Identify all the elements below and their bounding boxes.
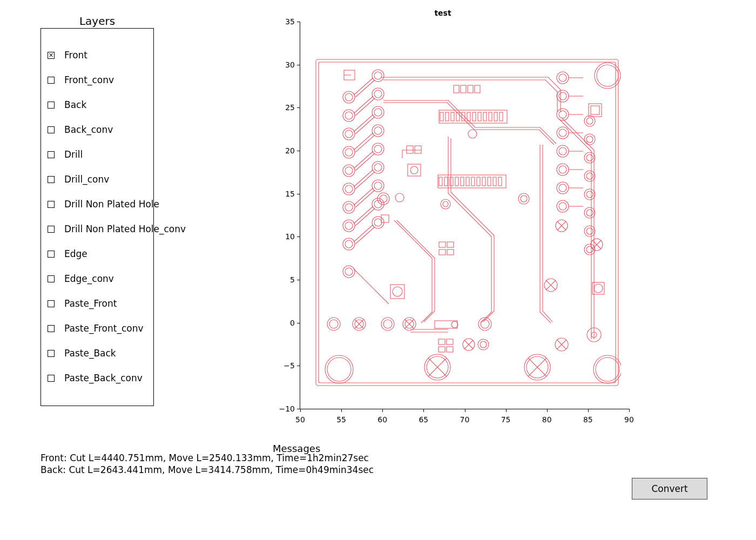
convert-button[interactable]: Convert	[632, 478, 707, 500]
svg-point-124	[468, 130, 477, 138]
checkbox-icon[interactable]	[48, 300, 55, 307]
svg-point-82	[584, 226, 595, 237]
svg-point-51	[374, 219, 382, 226]
ytick-label: 20	[273, 146, 295, 155]
layer-label: Paste_Front	[64, 298, 117, 309]
svg-point-87	[586, 246, 593, 253]
layer-row[interactable]: × Front	[46, 43, 148, 68]
svg-rect-143	[435, 321, 457, 328]
svg-point-18	[372, 70, 384, 82]
layer-row[interactable]: Back	[46, 92, 148, 117]
checkbox-icon[interactable]	[48, 102, 55, 109]
layer-row[interactable]: Front_conv	[46, 68, 148, 92]
layer-row[interactable]: Paste_Back	[46, 341, 148, 366]
layers-panel: × Front Front_conv Back Back_conv Drill …	[40, 28, 154, 406]
svg-point-76	[557, 164, 569, 176]
svg-rect-175	[415, 146, 421, 153]
svg-point-72	[557, 145, 569, 157]
layer-row[interactable]: Paste_Front	[46, 291, 148, 316]
svg-point-59	[586, 118, 593, 124]
svg-point-167	[594, 284, 603, 293]
layer-label: Edge	[64, 248, 87, 259]
svg-point-45	[345, 222, 353, 230]
checkbox-icon[interactable]	[48, 77, 55, 84]
svg-point-144	[451, 321, 458, 328]
svg-rect-99	[489, 112, 492, 121]
layer-label: Drill Non Plated Hole_conv	[64, 224, 186, 234]
layer-label: Drill	[64, 149, 83, 160]
svg-point-34	[372, 143, 384, 155]
svg-rect-106	[455, 177, 458, 186]
plot-area[interactable]: test 35 30 25 20 15 10 5 0 −5 −10 50 55 …	[270, 10, 648, 420]
svg-point-26	[372, 106, 384, 118]
xtick-label: 65	[415, 415, 431, 424]
checkbox-icon[interactable]	[48, 375, 55, 382]
svg-rect-105	[450, 177, 453, 186]
svg-point-128	[393, 287, 402, 296]
svg-point-32	[343, 165, 355, 177]
layer-row[interactable]: Drill Non Plated Hole_conv	[46, 217, 148, 241]
svg-point-25	[345, 130, 353, 138]
svg-point-27	[374, 109, 382, 116]
svg-point-38	[372, 161, 384, 173]
layer-row[interactable]: Edge_conv	[46, 266, 148, 291]
layer-row[interactable]: Paste_Back_conv	[46, 366, 148, 390]
svg-rect-173	[447, 249, 454, 255]
svg-point-84	[557, 200, 569, 212]
svg-rect-90	[440, 112, 443, 121]
svg-point-42	[372, 180, 384, 192]
svg-point-69	[559, 129, 566, 137]
checkbox-icon[interactable]	[48, 126, 55, 133]
svg-rect-177	[461, 85, 466, 93]
svg-point-61	[559, 92, 566, 100]
svg-point-62	[584, 134, 595, 145]
xtick-label: 60	[374, 415, 390, 424]
svg-point-39	[374, 164, 382, 171]
svg-point-63	[586, 136, 593, 143]
svg-point-23	[374, 90, 382, 98]
checkbox-icon[interactable]: ×	[48, 52, 55, 59]
svg-point-142	[481, 320, 489, 328]
svg-rect-108	[466, 177, 469, 186]
svg-rect-113	[493, 177, 496, 186]
svg-point-126	[521, 195, 527, 202]
checkbox-icon[interactable]	[48, 325, 55, 332]
svg-point-4	[593, 355, 621, 383]
checkbox-icon[interactable]	[48, 251, 55, 258]
svg-rect-145	[438, 339, 445, 345]
xtick-label: 55	[333, 415, 349, 424]
checkbox-icon[interactable]	[48, 151, 55, 158]
svg-point-16	[343, 91, 355, 103]
layer-row[interactable]: Drill_conv	[46, 167, 148, 192]
layer-row[interactable]: Paste_Front_conv	[46, 316, 148, 341]
svg-point-70	[584, 171, 595, 181]
ytick-label: 10	[273, 232, 295, 241]
layer-row[interactable]: Drill	[46, 142, 148, 167]
svg-point-118	[377, 193, 389, 205]
layers-title: Layers	[40, 15, 154, 28]
svg-point-21	[345, 112, 353, 119]
ytick-label: −5	[273, 361, 295, 370]
xtick-label: 50	[292, 415, 308, 424]
ytick-label: 30	[273, 60, 295, 69]
svg-rect-91	[446, 112, 449, 121]
checkbox-icon[interactable]	[48, 350, 55, 357]
layer-label: Paste_Back	[64, 348, 116, 359]
svg-point-66	[584, 152, 595, 163]
ytick-label: 25	[273, 103, 295, 112]
layer-row[interactable]: Drill Non Plated Hole	[46, 192, 148, 217]
svg-rect-103	[439, 177, 442, 186]
checkbox-icon[interactable]	[48, 226, 55, 233]
svg-rect-170	[439, 242, 446, 247]
layer-row[interactable]: Edge	[46, 241, 148, 266]
layer-row[interactable]: Back_conv	[46, 117, 148, 142]
checkbox-icon[interactable]	[48, 201, 55, 208]
svg-rect-110	[477, 177, 480, 186]
svg-point-3	[597, 65, 618, 86]
svg-point-60	[557, 90, 569, 102]
svg-rect-171	[447, 242, 454, 247]
layer-label: Drill Non Plated Hole	[64, 199, 159, 210]
checkbox-icon[interactable]	[48, 176, 55, 183]
checkbox-icon[interactable]	[48, 275, 55, 282]
svg-point-130	[329, 320, 338, 328]
